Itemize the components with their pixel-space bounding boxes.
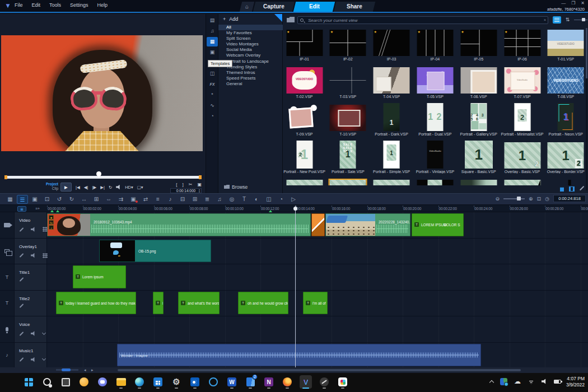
timeline-settings-icon[interactable]: ≣: [17, 206, 26, 212]
mark-out-button[interactable]: ]: [183, 182, 184, 187]
tray-overflow-chevron-icon[interactable]: [489, 380, 494, 384]
music-clip[interactable]: Wonder - Imagine: [117, 344, 481, 367]
mask-creator-icon[interactable]: ◐: [251, 195, 262, 204]
template-item[interactable]: T-10.VSP: [326, 103, 370, 141]
volume-icon[interactable]: [542, 379, 547, 384]
motion-path-icon[interactable]: ∿: [207, 101, 218, 110]
template-item[interactable]: 1Portrait - Simple.VSP: [370, 141, 413, 178]
mini-zoom-slider[interactable]: [56, 369, 78, 371]
timeline-view-icon[interactable]: ☰: [17, 195, 28, 204]
title-clip[interactable]: Ti: [153, 292, 164, 315]
import-folder-icon[interactable]: [287, 17, 295, 22]
pencil-icon[interactable]: [20, 304, 24, 308]
firefox-icon[interactable]: [281, 375, 293, 389]
template-item[interactable]: ★IP-06: [501, 28, 544, 66]
chevron-icon[interactable]: [42, 330, 46, 334]
tab-share[interactable]: Share: [334, 2, 375, 12]
template-item[interactable]: ★IP-03: [370, 28, 413, 66]
clip-mode-label[interactable]: Clip: [46, 186, 58, 191]
search-icon[interactable]: [41, 375, 53, 389]
title-clip[interactable]: Ti'm all of: [303, 292, 328, 315]
template-item[interactable]: 1Portrait - Sale.VSP: [326, 141, 370, 178]
template-item[interactable]: VideoStudioT-07.VSP: [501, 66, 544, 103]
trim-start-handle[interactable]: [4, 175, 7, 179]
template-item[interactable]: 12Overlay - Border.VSP: [544, 141, 587, 178]
voiceover-icon[interactable]: ♪: [165, 195, 176, 204]
media-icon[interactable]: ▤: [207, 16, 218, 25]
resize-icon[interactable]: ⇔: [103, 195, 114, 204]
preview-scrubber[interactable]: [4, 176, 202, 179]
category-split-screen[interactable]: Split Screen: [218, 36, 283, 41]
copy-icon[interactable]: ▣: [29, 195, 40, 204]
template-item[interactable]: 1Square - Basic.VSP: [457, 141, 500, 178]
home-button[interactable]: ⌂: [240, 2, 254, 12]
track-manager-icon[interactable]: ≡+: [33, 206, 42, 212]
template-item[interactable]: 1Portrait - Neon.VSP: [544, 103, 587, 141]
template-item[interactable]: T-04.VSP: [370, 66, 413, 103]
speaker-icon[interactable]: [31, 357, 36, 362]
title-clip[interactable]: Ttoday i learned guard and how do they m…: [56, 292, 136, 315]
filter-icon[interactable]: *: [207, 90, 218, 100]
horizontal-scrollbar[interactable]: [118, 369, 521, 371]
start-icon[interactable]: [22, 375, 35, 389]
snap-icon[interactable]: ⊡: [41, 195, 53, 204]
audio-icon[interactable]: ♫: [207, 26, 218, 36]
mark-in-button[interactable]: [: [176, 182, 177, 187]
av-clip[interactable]: 20220228_143240.mp4: [325, 213, 410, 236]
teams-chat-icon[interactable]: [96, 375, 109, 389]
gif-creator-icon[interactable]: ▷: [288, 195, 299, 204]
restore-icon[interactable]: ❐: [571, 1, 575, 6]
transition-icon[interactable]: ◫: [207, 69, 218, 78]
outlook-icon[interactable]: [189, 375, 201, 389]
record-capture-icon[interactable]: ▣: [128, 195, 139, 204]
slack-icon[interactable]: [337, 375, 349, 389]
motion-tracking-icon[interactable]: ◎: [226, 195, 237, 204]
template-item[interactable]: 1 2Portrait - Dual.VSP: [413, 103, 456, 141]
pencil-icon[interactable]: [20, 357, 24, 362]
onenote-icon[interactable]: N: [263, 375, 275, 389]
split-clip-button[interactable]: ✂: [189, 182, 193, 187]
loop-button[interactable]: ↻: [109, 185, 112, 190]
minimize-icon[interactable]: —: [561, 1, 566, 6]
sound-mixer-icon[interactable]: ≣: [202, 195, 213, 204]
auto-music-icon[interactable]: ♫: [214, 195, 225, 204]
taskbar-clock[interactable]: 4:07 PM 3/9/2022: [566, 376, 585, 388]
task-view-icon[interactable]: [59, 375, 72, 389]
template-item[interactable]: ★IP-04: [413, 28, 456, 66]
speed-editor-icon[interactable]: ◔: [276, 195, 287, 204]
step-forward-button[interactable]: |▶: [92, 185, 96, 190]
close-icon[interactable]: ✕: [581, 1, 585, 6]
template-item[interactable]: 2Portrait - Minimalist.VSP: [501, 103, 544, 141]
search-input[interactable]: [308, 17, 538, 24]
template-item[interactable]: ★IP-05: [457, 28, 500, 66]
menu-edit[interactable]: Edit: [32, 2, 41, 8]
undo-icon[interactable]: ↺: [54, 195, 65, 204]
category-themed-intros[interactable]: Themed Intros: [218, 70, 283, 76]
template-item[interactable]: ★IP-01: [283, 28, 326, 66]
edit-icon[interactable]: [580, 186, 584, 190]
add-category-button[interactable]: +Add: [223, 16, 238, 22]
transition-clip[interactable]: [311, 213, 325, 236]
title-clip[interactable]: Toh and he would grow client: [238, 292, 288, 315]
template-item[interactable]: T-06.VSP: [457, 66, 500, 103]
title-clip[interactable]: TLOREM IPSUMDOLOR S: [412, 213, 464, 236]
enlarge-button[interactable]: ▢▾: [137, 185, 143, 190]
template-item[interactable]: VIDEOSTUDIOT-01.VSP: [544, 28, 587, 66]
thumbnail-size-slider[interactable]: [574, 20, 587, 20]
category-all[interactable]: All: [218, 25, 283, 30]
template-item[interactable]: VIDEOSTUDIOT-02.VSP: [283, 66, 326, 103]
template-item[interactable]: T-03.VSP: [326, 66, 370, 103]
videostudio-icon[interactable]: V: [300, 375, 312, 389]
scroll-right-icon[interactable]: ▸: [91, 367, 94, 373]
edge-icon[interactable]: [133, 375, 146, 389]
menu-help[interactable]: Help: [97, 2, 108, 8]
mail-icon[interactable]: 2: [244, 375, 256, 389]
speaker-icon[interactable]: [31, 253, 36, 258]
preview-video[interactable]: [1, 35, 203, 151]
playhead[interactable]: [295, 206, 296, 367]
tab-edit[interactable]: Edit: [293, 2, 335, 12]
timeline-duration[interactable]: 0:00:24:818: [553, 195, 586, 202]
word-icon[interactable]: W: [226, 375, 238, 389]
category-video-montages[interactable]: Video Montages: [218, 41, 283, 47]
list-view-toggle-icon[interactable]: [553, 16, 561, 24]
